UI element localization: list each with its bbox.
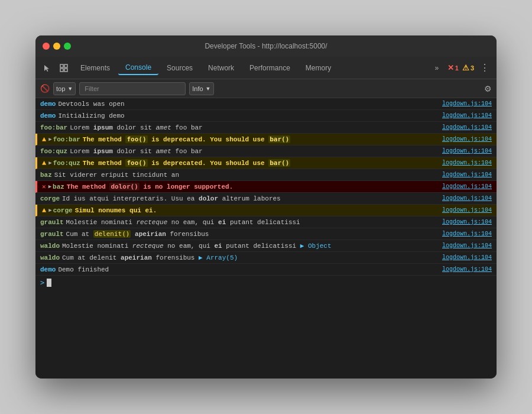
title-bar: Developer Tools - http://localhost:5000/ — [35, 35, 497, 57]
log-prefix: waldo — [40, 254, 60, 261]
level-chevron-icon: ▼ — [67, 86, 73, 92]
log-prefix: demo — [40, 101, 56, 108]
log-source[interactable]: logdown.js:104 — [442, 195, 492, 202]
settings-icon[interactable]: ⚙ — [484, 84, 492, 93]
clear-console-icon[interactable]: 🚫 — [40, 84, 50, 93]
code-token: foo() — [125, 159, 147, 167]
code-token: delenit() — [93, 230, 131, 238]
log-source[interactable]: logdown.js:104 — [442, 219, 492, 225]
log-source[interactable]: logdown.js:104 — [442, 254, 492, 261]
log-source[interactable]: logdown.js:104 — [442, 112, 492, 119]
tab-elements[interactable]: Elements — [73, 62, 117, 75]
log-content: Initializing demo — [58, 112, 437, 119]
minimize-button[interactable] — [53, 43, 60, 50]
warning-badge: ⚠ 3 — [462, 63, 474, 72]
tab-console[interactable]: Console — [118, 61, 158, 75]
expand-icon[interactable]: ▶ — [48, 160, 51, 166]
more-tabs-button[interactable]: » — [430, 61, 444, 75]
log-content: Demo finished — [58, 266, 437, 273]
log-line: foo:quz Lorem ipsum dolor sit amet foo b… — [35, 145, 497, 157]
warning-icon: ▲ — [42, 159, 46, 167]
log-prefix: foo:bar — [53, 136, 80, 143]
log-source[interactable]: logdown.js:104 — [442, 148, 492, 154]
code-token: foo() — [125, 135, 147, 143]
console-toolbar: 🚫 top ▼ Info ▼ ⚙ — [35, 79, 497, 98]
tab-network[interactable]: Network — [201, 62, 241, 75]
expand-icon[interactable]: ▶ — [48, 207, 51, 214]
close-button[interactable] — [43, 43, 50, 50]
log-source[interactable]: logdown.js:104 — [442, 207, 492, 214]
filter-input[interactable] — [79, 82, 186, 95]
info-select[interactable]: Info ▼ — [189, 82, 213, 95]
log-line-warning: ▲ ▶ foo:bar The method foo() is deprecat… — [35, 134, 497, 145]
log-content: Molestie nominati recteque no eam, qui e… — [66, 219, 437, 226]
code-token: dolor() — [109, 183, 139, 190]
main-toolbar: Elements Console Sources Network Perform… — [35, 57, 497, 79]
info-label: Info — [192, 85, 203, 92]
log-line: foo:bar Lorem ipsum dolor sit amet foo b… — [35, 122, 497, 134]
warning-count: 3 — [471, 64, 474, 72]
expand-icon[interactable]: ▶ — [48, 183, 51, 190]
code-token: bar() — [268, 135, 290, 143]
log-prefix: grault — [40, 231, 64, 238]
traffic-lights — [43, 43, 71, 50]
log-prefix: demo — [40, 112, 56, 119]
log-source[interactable]: logdown.js:104 — [442, 231, 492, 237]
window-title: Developer Tools - http://localhost:5000/ — [205, 42, 327, 50]
log-source[interactable]: logdown.js:104 — [442, 266, 492, 273]
tab-memory[interactable]: Memory — [299, 62, 338, 75]
log-line: demo Demo finished logdown.js:104 — [35, 264, 497, 276]
inspect-icon[interactable] — [57, 61, 71, 75]
console-output[interactable]: demo Devtools was open logdown.js:104 de… — [35, 98, 497, 379]
log-source[interactable]: logdown.js:104 — [442, 172, 492, 178]
cursor-icon[interactable] — [40, 61, 54, 75]
log-line: grault Molestie nominati recteque no eam… — [35, 216, 497, 228]
svg-rect-1 — [64, 64, 67, 67]
log-content: The method dolor() is no longer supporte… — [67, 183, 437, 190]
tab-group: Elements Console Sources Network Perform… — [73, 61, 338, 75]
level-select[interactable]: top ▼ — [53, 82, 76, 95]
array-link[interactable]: ▶ Array(5) — [199, 254, 238, 261]
svg-rect-3 — [64, 69, 67, 72]
tab-performance[interactable]: Performance — [242, 62, 297, 75]
level-label: top — [56, 85, 65, 92]
log-source[interactable]: logdown.js:104 — [442, 124, 492, 131]
options-button[interactable]: ⋮ — [478, 62, 492, 73]
log-source[interactable]: logdown.js:104 — [442, 101, 492, 107]
error-badge: ✕ 1 — [447, 63, 459, 72]
log-content: Lorem ipsum dolor sit amet foo bar — [70, 124, 437, 131]
devtools-window: Developer Tools - http://localhost:5000/… — [35, 35, 497, 379]
log-prefix: foo:quz — [40, 148, 67, 155]
console-input-line[interactable]: > — [35, 276, 497, 290]
log-content: Id ius atqui interpretaris. Usu ea dolor… — [62, 195, 437, 202]
log-source[interactable]: logdown.js:104 — [442, 242, 492, 249]
log-content: Cum at delenit() apeirian forensibus — [66, 230, 437, 238]
log-prefix: baz — [53, 183, 64, 190]
log-prefix: grault — [40, 219, 64, 226]
error-icon: ✕ — [42, 183, 46, 190]
log-source[interactable]: logdown.js:104 — [442, 136, 492, 143]
object-link[interactable]: ▶ Object — [300, 242, 332, 250]
maximize-button[interactable] — [64, 43, 71, 50]
log-prefix: corge — [40, 195, 60, 202]
log-line: demo Devtools was open logdown.js:104 — [35, 98, 497, 110]
warning-icon: ▲ — [42, 135, 46, 144]
log-content: Molestie nominati recteque no eam, qui e… — [62, 242, 437, 250]
log-line: waldo Molestie nominati recteque no eam,… — [35, 240, 497, 252]
log-prefix: foo:quz — [53, 160, 80, 167]
log-content: Lorem ipsum dolor sit amet foo bar — [70, 148, 437, 155]
console-cursor — [47, 279, 51, 287]
log-source[interactable]: logdown.js:104 — [442, 160, 492, 166]
log-prefix: demo — [40, 266, 56, 273]
log-line: baz Sit viderer eripuit tincidunt an log… — [35, 169, 497, 181]
log-content: Cum at delenit apeirian forensibus ▶ Arr… — [62, 254, 437, 261]
warning-icon: ▲ — [42, 206, 46, 215]
tab-sources[interactable]: Sources — [160, 62, 200, 75]
log-prefix: baz — [40, 172, 52, 179]
expand-icon[interactable]: ▶ — [48, 136, 51, 143]
log-line: waldo Cum at delenit apeirian forensibus… — [35, 252, 497, 264]
log-prefix: foo:bar — [40, 124, 67, 131]
log-line-warning: ▲ ▶ corge Simul nonumes qui ei. logdown.… — [35, 205, 497, 216]
log-source[interactable]: logdown.js:104 — [442, 183, 492, 190]
log-content: The method foo() is deprecated. You shou… — [83, 135, 437, 143]
